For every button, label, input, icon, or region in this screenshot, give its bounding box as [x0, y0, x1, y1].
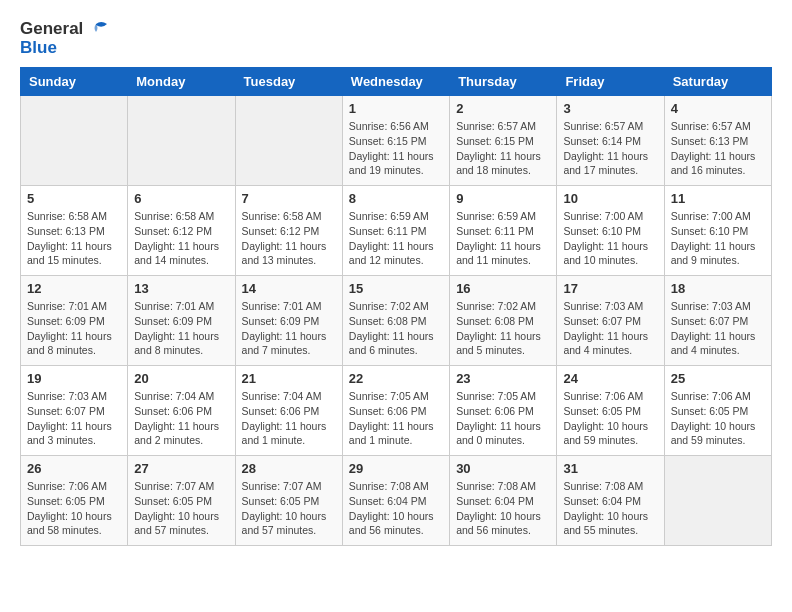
day-number: 12 — [27, 281, 121, 296]
day-info: Sunrise: 7:08 AM Sunset: 6:04 PM Dayligh… — [456, 479, 550, 538]
day-info: Sunrise: 6:58 AM Sunset: 6:12 PM Dayligh… — [242, 209, 336, 268]
day-info: Sunrise: 7:05 AM Sunset: 6:06 PM Dayligh… — [349, 389, 443, 448]
day-info: Sunrise: 6:56 AM Sunset: 6:15 PM Dayligh… — [349, 119, 443, 178]
day-info: Sunrise: 7:01 AM Sunset: 6:09 PM Dayligh… — [242, 299, 336, 358]
day-number: 28 — [242, 461, 336, 476]
day-info: Sunrise: 6:57 AM Sunset: 6:15 PM Dayligh… — [456, 119, 550, 178]
calendar-cell: 15Sunrise: 7:02 AM Sunset: 6:08 PM Dayli… — [342, 276, 449, 366]
calendar-cell: 21Sunrise: 7:04 AM Sunset: 6:06 PM Dayli… — [235, 366, 342, 456]
day-info: Sunrise: 7:04 AM Sunset: 6:06 PM Dayligh… — [242, 389, 336, 448]
calendar-cell: 8Sunrise: 6:59 AM Sunset: 6:11 PM Daylig… — [342, 186, 449, 276]
calendar-cell: 26Sunrise: 7:06 AM Sunset: 6:05 PM Dayli… — [21, 456, 128, 546]
day-number: 31 — [563, 461, 657, 476]
calendar-cell: 10Sunrise: 7:00 AM Sunset: 6:10 PM Dayli… — [557, 186, 664, 276]
calendar-cell: 5Sunrise: 6:58 AM Sunset: 6:13 PM Daylig… — [21, 186, 128, 276]
calendar-cell: 22Sunrise: 7:05 AM Sunset: 6:06 PM Dayli… — [342, 366, 449, 456]
day-info: Sunrise: 6:57 AM Sunset: 6:14 PM Dayligh… — [563, 119, 657, 178]
day-number: 26 — [27, 461, 121, 476]
day-of-week-header: Tuesday — [235, 68, 342, 96]
logo-blue-text: Blue — [20, 39, 57, 58]
day-number: 27 — [134, 461, 228, 476]
calendar-cell: 14Sunrise: 7:01 AM Sunset: 6:09 PM Dayli… — [235, 276, 342, 366]
calendar-cell: 1Sunrise: 6:56 AM Sunset: 6:15 PM Daylig… — [342, 96, 449, 186]
logo-container: General Blue — [20, 20, 107, 57]
day-number: 7 — [242, 191, 336, 206]
day-number: 11 — [671, 191, 765, 206]
calendar-cell: 28Sunrise: 7:07 AM Sunset: 6:05 PM Dayli… — [235, 456, 342, 546]
calendar-table: SundayMondayTuesdayWednesdayThursdayFrid… — [20, 67, 772, 546]
calendar-week-row: 12Sunrise: 7:01 AM Sunset: 6:09 PM Dayli… — [21, 276, 772, 366]
day-info: Sunrise: 7:00 AM Sunset: 6:10 PM Dayligh… — [563, 209, 657, 268]
calendar-cell: 27Sunrise: 7:07 AM Sunset: 6:05 PM Dayli… — [128, 456, 235, 546]
day-number: 15 — [349, 281, 443, 296]
calendar-cell: 9Sunrise: 6:59 AM Sunset: 6:11 PM Daylig… — [450, 186, 557, 276]
day-info: Sunrise: 6:59 AM Sunset: 6:11 PM Dayligh… — [349, 209, 443, 268]
calendar-cell: 6Sunrise: 6:58 AM Sunset: 6:12 PM Daylig… — [128, 186, 235, 276]
day-number: 9 — [456, 191, 550, 206]
logo: General Blue — [20, 20, 107, 57]
calendar-cell: 7Sunrise: 6:58 AM Sunset: 6:12 PM Daylig… — [235, 186, 342, 276]
calendar-header: SundayMondayTuesdayWednesdayThursdayFrid… — [21, 68, 772, 96]
day-number: 18 — [671, 281, 765, 296]
day-number: 8 — [349, 191, 443, 206]
day-number: 20 — [134, 371, 228, 386]
calendar-week-row: 1Sunrise: 6:56 AM Sunset: 6:15 PM Daylig… — [21, 96, 772, 186]
calendar-week-row: 26Sunrise: 7:06 AM Sunset: 6:05 PM Dayli… — [21, 456, 772, 546]
day-number: 10 — [563, 191, 657, 206]
day-number: 21 — [242, 371, 336, 386]
day-info: Sunrise: 6:58 AM Sunset: 6:12 PM Dayligh… — [134, 209, 228, 268]
day-info: Sunrise: 7:06 AM Sunset: 6:05 PM Dayligh… — [27, 479, 121, 538]
day-number: 3 — [563, 101, 657, 116]
day-number: 6 — [134, 191, 228, 206]
calendar-cell — [235, 96, 342, 186]
calendar-cell: 18Sunrise: 7:03 AM Sunset: 6:07 PM Dayli… — [664, 276, 771, 366]
calendar-week-row: 19Sunrise: 7:03 AM Sunset: 6:07 PM Dayli… — [21, 366, 772, 456]
day-number: 13 — [134, 281, 228, 296]
calendar-cell: 20Sunrise: 7:04 AM Sunset: 6:06 PM Dayli… — [128, 366, 235, 456]
day-number: 24 — [563, 371, 657, 386]
day-info: Sunrise: 7:03 AM Sunset: 6:07 PM Dayligh… — [563, 299, 657, 358]
day-info: Sunrise: 6:57 AM Sunset: 6:13 PM Dayligh… — [671, 119, 765, 178]
day-info: Sunrise: 7:06 AM Sunset: 6:05 PM Dayligh… — [671, 389, 765, 448]
day-info: Sunrise: 7:02 AM Sunset: 6:08 PM Dayligh… — [456, 299, 550, 358]
calendar-cell: 31Sunrise: 7:08 AM Sunset: 6:04 PM Dayli… — [557, 456, 664, 546]
logo-general-text: General — [20, 20, 83, 39]
day-number: 2 — [456, 101, 550, 116]
calendar-cell: 11Sunrise: 7:00 AM Sunset: 6:10 PM Dayli… — [664, 186, 771, 276]
calendar-cell: 3Sunrise: 6:57 AM Sunset: 6:14 PM Daylig… — [557, 96, 664, 186]
day-info: Sunrise: 6:58 AM Sunset: 6:13 PM Dayligh… — [27, 209, 121, 268]
calendar-body: 1Sunrise: 6:56 AM Sunset: 6:15 PM Daylig… — [21, 96, 772, 546]
calendar-cell: 2Sunrise: 6:57 AM Sunset: 6:15 PM Daylig… — [450, 96, 557, 186]
day-of-week-header: Wednesday — [342, 68, 449, 96]
calendar-cell: 24Sunrise: 7:06 AM Sunset: 6:05 PM Dayli… — [557, 366, 664, 456]
calendar-cell: 25Sunrise: 7:06 AM Sunset: 6:05 PM Dayli… — [664, 366, 771, 456]
day-info: Sunrise: 7:02 AM Sunset: 6:08 PM Dayligh… — [349, 299, 443, 358]
calendar-cell: 17Sunrise: 7:03 AM Sunset: 6:07 PM Dayli… — [557, 276, 664, 366]
day-info: Sunrise: 7:00 AM Sunset: 6:10 PM Dayligh… — [671, 209, 765, 268]
day-of-week-header: Friday — [557, 68, 664, 96]
day-info: Sunrise: 7:04 AM Sunset: 6:06 PM Dayligh… — [134, 389, 228, 448]
day-info: Sunrise: 7:07 AM Sunset: 6:05 PM Dayligh… — [242, 479, 336, 538]
day-of-week-header: Thursday — [450, 68, 557, 96]
calendar-cell — [128, 96, 235, 186]
day-of-week-header: Sunday — [21, 68, 128, 96]
day-info: Sunrise: 7:07 AM Sunset: 6:05 PM Dayligh… — [134, 479, 228, 538]
day-number: 5 — [27, 191, 121, 206]
calendar-cell: 29Sunrise: 7:08 AM Sunset: 6:04 PM Dayli… — [342, 456, 449, 546]
calendar-cell: 23Sunrise: 7:05 AM Sunset: 6:06 PM Dayli… — [450, 366, 557, 456]
day-info: Sunrise: 7:03 AM Sunset: 6:07 PM Dayligh… — [27, 389, 121, 448]
day-number: 19 — [27, 371, 121, 386]
day-number: 30 — [456, 461, 550, 476]
day-of-week-header: Saturday — [664, 68, 771, 96]
calendar-week-row: 5Sunrise: 6:58 AM Sunset: 6:13 PM Daylig… — [21, 186, 772, 276]
calendar-cell — [664, 456, 771, 546]
days-of-week-row: SundayMondayTuesdayWednesdayThursdayFrid… — [21, 68, 772, 96]
calendar-cell: 12Sunrise: 7:01 AM Sunset: 6:09 PM Dayli… — [21, 276, 128, 366]
day-info: Sunrise: 7:01 AM Sunset: 6:09 PM Dayligh… — [134, 299, 228, 358]
calendar-cell — [21, 96, 128, 186]
day-info: Sunrise: 6:59 AM Sunset: 6:11 PM Dayligh… — [456, 209, 550, 268]
day-info: Sunrise: 7:01 AM Sunset: 6:09 PM Dayligh… — [27, 299, 121, 358]
day-info: Sunrise: 7:03 AM Sunset: 6:07 PM Dayligh… — [671, 299, 765, 358]
day-number: 16 — [456, 281, 550, 296]
day-info: Sunrise: 7:08 AM Sunset: 6:04 PM Dayligh… — [349, 479, 443, 538]
